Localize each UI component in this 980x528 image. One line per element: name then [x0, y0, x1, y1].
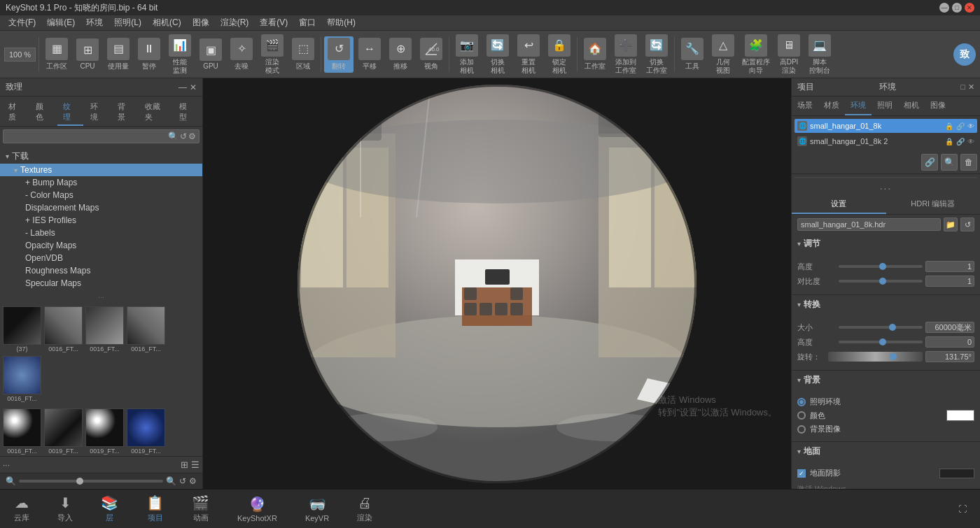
close-button[interactable]: ✕: [965, 3, 974, 13]
zoom-input[interactable]: [4, 48, 36, 62]
radio-lighting-env[interactable]: [797, 398, 806, 406]
env-item-2-lock[interactable]: 🔒: [945, 138, 953, 145]
menu-file[interactable]: 文件(F): [3, 15, 41, 30]
status-keyvr[interactable]: 🥽 KeyVR: [298, 493, 336, 525]
menu-edit[interactable]: 编辑(E): [41, 15, 80, 30]
toolbar-config-wizard[interactable]: 🧩配置程序 向导: [739, 33, 773, 76]
left-panel-minimize-btn[interactable]: —: [178, 83, 187, 92]
right-tab-camera[interactable]: 相机: [898, 97, 925, 115]
zoom-track[interactable]: [19, 480, 163, 483]
tab-color[interactable]: 颜色: [30, 99, 56, 126]
toolbar-add-camera[interactable]: 📷添加 相机: [452, 33, 482, 76]
contrast-input[interactable]: [925, 276, 974, 287]
transform-section-header[interactable]: ▾ 转换: [792, 295, 980, 314]
brightness-thumb[interactable]: [879, 263, 886, 270]
contrast-thumb[interactable]: [879, 278, 886, 285]
thumb-0019-3[interactable]: 0019_FT...: [127, 408, 165, 455]
size-input[interactable]: [925, 322, 974, 333]
fullscreen-btn[interactable]: ⛶: [952, 499, 973, 520]
brightness-slider[interactable]: [839, 265, 923, 268]
right-panel-close[interactable]: ✕: [968, 83, 974, 92]
tab-background[interactable]: 背景: [112, 99, 138, 126]
env-item-2-eye[interactable]: 👁: [967, 138, 974, 145]
thumb-0016-3[interactable]: 0016_FT...: [127, 306, 165, 353]
thumb-0016-4[interactable]: 0016_FT...: [3, 356, 41, 403]
maximize-button[interactable]: □: [952, 3, 962, 13]
env-item-1-link[interactable]: 🔗: [956, 122, 965, 130]
right-tab-lighting[interactable]: 照明: [872, 97, 898, 115]
ground-section-header[interactable]: ▾ 地面: [792, 442, 980, 461]
toolbar-usage[interactable]: ▤使用量: [104, 36, 133, 73]
toolbar-angle[interactable]: 40.0 视角: [416, 36, 446, 73]
contrast-slider[interactable]: [839, 280, 923, 283]
ground-shadow-checkbox[interactable]: [797, 469, 806, 478]
toolbar-switch-studio[interactable]: 🔄切换 工作室: [642, 33, 671, 76]
tree-item-ies[interactable]: + IES Profiles: [0, 214, 202, 227]
shadow-swatch[interactable]: [939, 469, 974, 478]
menu-help[interactable]: 帮助(H): [321, 15, 361, 30]
tab-texture[interactable]: 纹理: [57, 99, 83, 126]
rotation-input[interactable]: [925, 351, 974, 362]
refresh-bottom-btn[interactable]: ↺: [179, 476, 186, 486]
search-icon-bottom[interactable]: 🔍: [166, 476, 176, 486]
right-tab-environment[interactable]: 环境: [845, 97, 872, 115]
settings-tab-hdri[interactable]: HDRI 编辑器: [886, 195, 981, 214]
viewport[interactable]: 激活 Windows 转到"设置"以激活 Windows。: [203, 78, 791, 489]
size-slider[interactable]: [839, 326, 923, 329]
status-project[interactable]: 📋 项目: [139, 492, 171, 526]
thumb-37[interactable]: (37): [3, 306, 41, 353]
reload-btn[interactable]: ↺: [960, 217, 974, 231]
height-input[interactable]: [925, 336, 974, 348]
right-tab-scene[interactable]: 场景: [792, 97, 818, 115]
thumb-0016-1[interactable]: 0016_FT...: [44, 306, 83, 353]
toolbar-script[interactable]: 💻脚本 控制台: [805, 33, 834, 76]
thumb-0016-2[interactable]: 0016_FT...: [85, 306, 124, 353]
color-swatch[interactable]: [946, 410, 974, 421]
menu-view[interactable]: 查看(V): [254, 15, 293, 30]
radio-bg-image[interactable]: [797, 425, 806, 434]
refresh-icon[interactable]: ↺: [180, 131, 187, 141]
tab-environment[interactable]: 环境: [85, 99, 111, 126]
status-cloud[interactable]: ☁ 云库: [7, 492, 36, 526]
toolbar-tools[interactable]: 🔧工具: [678, 36, 707, 73]
menu-lighting[interactable]: 照明(L): [108, 15, 147, 30]
settings-icon[interactable]: ⚙: [188, 131, 196, 141]
search-input[interactable]: [6, 132, 118, 141]
left-panel-close-btn[interactable]: ✕: [190, 83, 197, 92]
tree-item-openvdb[interactable]: OpenVDB: [0, 252, 202, 264]
env-add-btn[interactable]: 🔗: [921, 154, 938, 171]
toolbar-cpu[interactable]: ⊞CPU: [73, 37, 102, 71]
user-avatar[interactable]: 致: [953, 43, 976, 66]
toolbar-switch-camera[interactable]: 🔄切换 相机: [483, 33, 512, 76]
toolbar-gpu[interactable]: ▣GPU: [196, 37, 225, 71]
minimize-button[interactable]: —: [939, 3, 949, 13]
toolbar-pan[interactable]: ↔平移: [355, 36, 384, 73]
rotation-thumb[interactable]: [890, 353, 897, 360]
thumb-0019-1[interactable]: 0019_FT...: [44, 408, 83, 455]
radio-color[interactable]: [797, 411, 806, 420]
menu-image[interactable]: 图像: [187, 15, 215, 30]
status-render[interactable]: 🖨 渲染: [350, 492, 379, 526]
env-item-1[interactable]: 🌐 small_hangar_01_8k 🔒 🔗 👁: [794, 119, 977, 133]
thumb-0019-2[interactable]: 0019_FT...: [85, 408, 124, 455]
toolbar-studio[interactable]: 🏠工作室: [580, 36, 610, 73]
right-panel-minimize[interactable]: □: [960, 83, 965, 92]
menu-camera[interactable]: 相机(C): [147, 15, 187, 30]
toolbar-render-mode[interactable]: 🎬渲染 模式: [258, 33, 287, 76]
env-item-2[interactable]: 🌐 small_hangar_01_8k 2 🔒 🔗 👁: [794, 134, 977, 148]
size-thumb[interactable]: [889, 324, 896, 331]
menu-env[interactable]: 环境: [80, 15, 108, 30]
toolbar-push[interactable]: ⊕推移: [386, 36, 415, 73]
toolbar-region[interactable]: ⬚区域: [288, 36, 318, 73]
tab-material[interactable]: 材质: [3, 99, 29, 126]
tree-item-opacity[interactable]: Opacity Maps: [0, 239, 202, 252]
toolbar-perf[interactable]: 📊性能 监测: [165, 33, 195, 76]
background-section-header[interactable]: ▾ 背景: [792, 371, 980, 390]
settings-tab-settings[interactable]: 设置: [792, 195, 886, 214]
tree-item-roughness[interactable]: Roughness Maps: [0, 264, 202, 277]
env-delete-btn[interactable]: 🗑: [960, 154, 977, 171]
adjust-section-header[interactable]: ▾ 调节: [792, 234, 980, 253]
toolbar-lock-camera[interactable]: 🔒锁定 相机: [545, 33, 574, 76]
toolbar-geo-view[interactable]: △几何 视图: [708, 33, 738, 76]
toolbar-reset-camera[interactable]: ↩重置 相机: [514, 33, 543, 76]
